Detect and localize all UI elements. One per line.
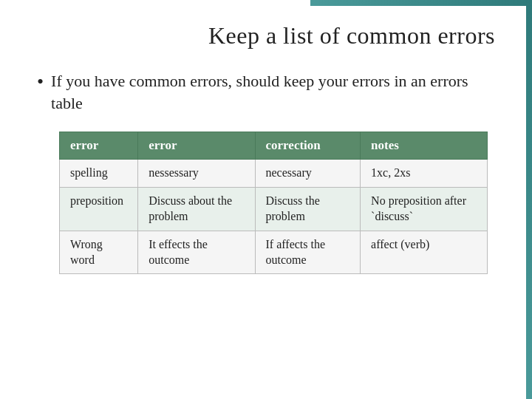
table-row: spelling nessessary necessary 1xc, 2xs [60, 160, 488, 188]
col-header-error2: error [138, 132, 255, 160]
cell-error2-row3: It effects the outcome [138, 231, 255, 274]
cell-notes-row3: affect (verb) [361, 231, 488, 274]
cell-error2-row2: Discuss about the problem [138, 188, 255, 231]
top-accent-bar [310, 0, 532, 6]
bullet-text: If you have common errors, should keep y… [51, 70, 495, 114]
col-header-correction: correction [255, 132, 361, 160]
page-title: Keep a list of common errors [37, 22, 495, 50]
cell-error1-row1: spelling [60, 160, 138, 188]
cell-error2-row1: nessessary [138, 160, 255, 188]
table-header-row: error error correction notes [60, 132, 488, 160]
bullet-item: • If you have common errors, should keep… [37, 70, 495, 114]
side-accent-bar [526, 0, 532, 399]
col-header-notes: notes [361, 132, 488, 160]
cell-notes-row2: No preposition after `discuss` [361, 188, 488, 231]
errors-table: error error correction notes spelling ne… [59, 132, 488, 274]
table-row: Wrong word It effects the outcome If aff… [60, 231, 488, 274]
bullet-icon: • [37, 70, 44, 93]
cell-error1-row2: preposition [60, 188, 138, 231]
cell-error1-row3: Wrong word [60, 231, 138, 274]
cell-notes-row1: 1xc, 2xs [361, 160, 488, 188]
page: Keep a list of common errors • If you ha… [0, 0, 532, 399]
table-row: preposition Discuss about the problem Di… [60, 188, 488, 231]
cell-correction-row2: Discuss the problem [255, 188, 361, 231]
cell-correction-row1: necessary [255, 160, 361, 188]
cell-correction-row3: If affects the outcome [255, 231, 361, 274]
col-header-error1: error [60, 132, 138, 160]
